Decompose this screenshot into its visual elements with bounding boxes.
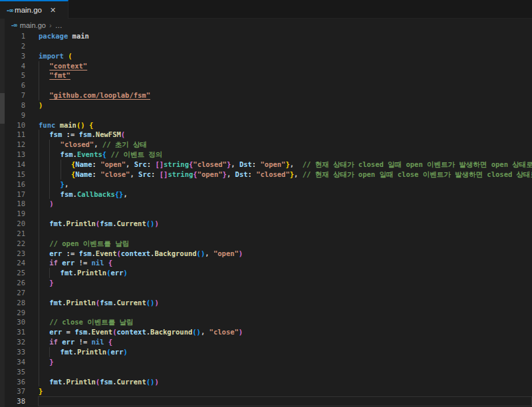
line-number[interactable]: 28 [5,298,25,308]
line-number[interactable]: 18 [5,199,25,209]
code-line[interactable]: 12"closed", // 초기 상태 [5,140,532,150]
line-number[interactable]: 1 [5,31,25,41]
tab-main-go[interactable]: -∞ main.go ✕ [0,0,68,19]
line-number[interactable]: 11 [5,130,25,140]
code-line[interactable]: 29 [5,308,532,318]
code-line[interactable]: 21 [5,229,532,239]
line-number[interactable]: 19 [5,209,25,219]
line-number[interactable]: 5 [5,70,25,80]
code-token: : [92,160,101,168]
line-number[interactable]: 36 [5,377,25,387]
indent-guides [39,268,61,278]
code-line[interactable]: 31err = fsm.Event(context.Background(), … [5,327,532,337]
scrollbar-thumb[interactable] [0,93,5,124]
code-token: fmt [49,219,62,227]
line-number[interactable]: 21 [5,229,25,239]
line-number[interactable]: 7 [5,90,25,100]
line-number[interactable]: 13 [5,150,25,160]
code-token: err [49,249,62,257]
line-number[interactable]: 22 [5,239,25,249]
line-number[interactable]: 12 [5,140,25,150]
code-line[interactable]: 5"fmt" [5,70,532,80]
code-line[interactable]: 32if err != nil { [5,337,532,347]
code-line[interactable]: 10func main() { [5,120,532,130]
line-number[interactable]: 25 [5,268,25,278]
code-line[interactable]: 13fsm.Events{ // 이벤트 정의 [5,150,532,160]
line-number[interactable]: 31 [5,327,25,337]
line-number[interactable]: 33 [5,347,25,357]
code-line[interactable]: 7"github.com/looplab/fsm" [5,90,532,100]
indent-guides [39,308,49,318]
line-number[interactable]: 16 [5,180,25,190]
code-token: // 현재 상태가 open 일때 close 이벤트가 발생하면 closed… [303,170,532,178]
code-line[interactable]: 17fsm.Callbacks{}, [5,190,532,200]
code-line[interactable]: 23err := fsm.Event(context.Background(),… [5,249,532,259]
code-line[interactable]: 9 [5,110,532,120]
code-line[interactable]: 33fmt.Println(err) [5,347,532,357]
code-token: } [49,279,53,287]
code-line[interactable]: 22// open 이벤트를 날림 [5,239,532,249]
code-token: Current [116,378,146,386]
code-line[interactable]: 26} [5,278,532,288]
line-number[interactable]: 4 [5,61,25,71]
line-number[interactable]: 34 [5,357,25,367]
line-number[interactable]: 35 [5,367,25,377]
code-line[interactable]: 24if err != nil { [5,258,532,268]
line-number[interactable]: 23 [5,249,25,259]
close-icon[interactable]: ✕ [50,6,56,15]
line-number[interactable]: 3 [5,51,25,61]
code-token: package [39,32,68,40]
code-line[interactable]: 8) [5,100,532,110]
code-line[interactable]: 18) [5,199,532,209]
line-number[interactable]: 32 [5,337,25,347]
code-token: : [151,170,160,178]
code-token: } [49,358,53,366]
line-number[interactable]: 38 [5,396,25,406]
code-token: , [201,328,209,336]
line-number[interactable]: 10 [5,120,25,130]
code-token: , [294,170,303,178]
line-number[interactable]: 37 [5,386,25,396]
line-number[interactable]: 30 [5,317,25,327]
line-number[interactable]: 17 [5,190,25,200]
line-number[interactable]: 9 [5,110,25,120]
line-number[interactable]: 27 [5,288,25,298]
code-line[interactable]: 6 [5,80,532,90]
code-area[interactable]: 1package main23import (4"context"5"fmt"6… [0,31,532,407]
code-line[interactable]: 35 [5,367,532,377]
line-number[interactable]: 6 [5,80,25,90]
code-line[interactable]: 20fmt.Println(fsm.Current()) [5,219,532,229]
breadcrumb-item-file[interactable]: main.go [20,21,46,29]
line-number[interactable]: 8 [5,100,25,110]
code-line[interactable]: 19 [5,209,532,219]
code-line[interactable]: 1package main [5,31,532,41]
indent-guides [39,190,61,200]
code-line[interactable]: 25fmt.Println(err) [5,268,532,278]
code-line[interactable]: 34} [5,357,532,367]
code-line[interactable]: 3import ( [5,51,532,61]
code-line[interactable]: 14{Name: "open", Src: []string{"closed"}… [5,160,532,170]
code-line[interactable]: 4"context" [5,61,532,71]
current-line-highlight [38,396,532,406]
breadcrumb-symbol-picker[interactable]: … [55,21,63,29]
code-line[interactable]: 28fmt.Println(fsm.Current()) [5,298,532,308]
code-line[interactable]: 30// close 이벤트를 날림 [5,317,532,327]
code-line[interactable]: 38 [5,396,532,406]
code-token: { [108,338,112,346]
code-line[interactable]: 37} [5,386,532,396]
left-scroll-strip [0,19,5,407]
line-number[interactable]: 29 [5,308,25,318]
line-number[interactable]: 15 [5,170,25,180]
code-line[interactable]: 15{Name: "close", Src: []string{"open"},… [5,170,532,180]
code-token: nil [92,338,104,346]
code-line[interactable]: 2 [5,41,532,51]
line-number[interactable]: 26 [5,278,25,288]
line-number[interactable]: 24 [5,258,25,268]
line-number[interactable]: 2 [5,41,25,51]
code-line[interactable]: 27 [5,288,532,298]
line-number[interactable]: 14 [5,160,25,170]
code-line[interactable]: 11fsm := fsm.NewFSM( [5,130,532,140]
code-line[interactable]: 36fmt.Println(fsm.Current()) [5,377,532,387]
line-number[interactable]: 20 [5,219,25,229]
code-line[interactable]: 16}, [5,180,532,190]
